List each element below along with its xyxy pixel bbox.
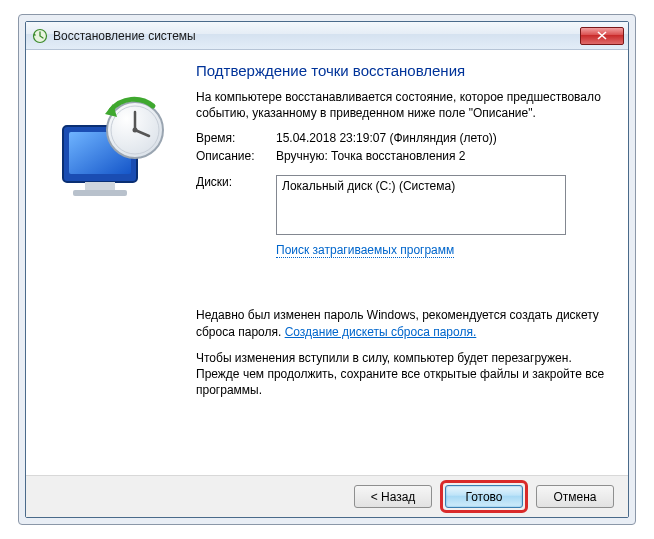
description-label: Описание: <box>196 149 276 163</box>
restart-notice: Чтобы изменения вступили в силу, компьют… <box>196 350 614 399</box>
intro-text: На компьютере восстанавливается состояни… <box>196 89 614 121</box>
cancel-button[interactable]: Отмена <box>536 485 614 508</box>
text-column: Подтверждение точки восстановления На ко… <box>190 62 614 469</box>
close-button[interactable] <box>580 27 624 45</box>
graphic-column <box>40 62 190 469</box>
disks-listbox[interactable]: Локальный диск (C:) (Система) <box>276 175 566 235</box>
system-restore-graphic <box>55 92 175 202</box>
page-heading: Подтверждение точки восстановления <box>196 62 614 79</box>
password-notice: Недавно был изменен пароль Windows, реко… <box>196 307 614 339</box>
content-area: Подтверждение точки восстановления На ко… <box>26 50 628 517</box>
button-bar: < Назад Готово Отмена <box>26 475 628 517</box>
finish-button-highlight: Готово <box>440 480 528 513</box>
disk-item[interactable]: Локальный диск (C:) (Система) <box>282 179 560 193</box>
titlebar[interactable]: Восстановление системы <box>26 22 628 50</box>
back-button[interactable]: < Назад <box>354 485 432 508</box>
affected-programs-link[interactable]: Поиск затрагиваемых программ <box>276 243 454 258</box>
description-value: Вручную: Точка восстановления 2 <box>276 149 614 163</box>
dialog-window: Восстановление системы <box>25 21 629 518</box>
window-outer-frame: Восстановление системы <box>18 14 636 525</box>
svg-rect-4 <box>73 190 127 196</box>
disks-label: Диски: <box>196 175 276 189</box>
svg-rect-3 <box>85 182 115 190</box>
system-restore-icon <box>32 28 48 44</box>
time-value: 15.04.2018 23:19:07 (Финляндия (лето)) <box>276 131 614 145</box>
window-title: Восстановление системы <box>53 29 580 43</box>
finish-button[interactable]: Готово <box>445 485 523 508</box>
svg-point-9 <box>133 128 138 133</box>
time-label: Время: <box>196 131 276 145</box>
password-reset-disk-link[interactable]: Создание дискеты сброса пароля. <box>285 325 477 339</box>
